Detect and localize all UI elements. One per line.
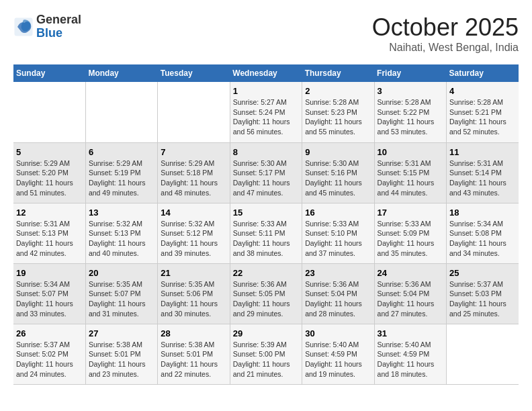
day-info: Sunrise: 5:29 AMSunset: 5:18 PMDaylight:… — [161, 158, 226, 198]
calendar-week-5: 26Sunrise: 5:37 AMSunset: 5:02 PMDayligh… — [13, 324, 519, 384]
day-number: 7 — [161, 147, 226, 157]
calendar-cell — [447, 324, 519, 384]
day-number: 25 — [449, 268, 516, 278]
calendar-cell: 26Sunrise: 5:37 AMSunset: 5:02 PMDayligh… — [13, 324, 85, 384]
day-number: 31 — [378, 328, 443, 338]
day-info: Sunrise: 5:29 AMSunset: 5:20 PMDaylight:… — [16, 158, 83, 198]
calendar-cell: 14Sunrise: 5:32 AMSunset: 5:12 PMDayligh… — [158, 203, 230, 263]
calendar-cell: 10Sunrise: 5:31 AMSunset: 5:15 PMDayligh… — [374, 142, 446, 203]
day-number: 22 — [233, 268, 299, 278]
day-info: Sunrise: 5:35 AMSunset: 5:07 PMDaylight:… — [89, 279, 154, 319]
day-number: 14 — [161, 208, 226, 218]
calendar-header: Sunday Monday Tuesday Wednesday Thursday… — [13, 64, 519, 82]
header-tuesday: Tuesday — [158, 64, 230, 82]
day-number: 11 — [449, 147, 516, 157]
logo-general-text: General — [36, 13, 81, 27]
calendar-week-3: 12Sunrise: 5:31 AMSunset: 5:13 PMDayligh… — [13, 203, 519, 263]
header-friday: Friday — [374, 64, 446, 82]
header-row: Sunday Monday Tuesday Wednesday Thursday… — [13, 64, 519, 82]
header-sunday: Sunday — [13, 64, 85, 82]
day-number: 18 — [449, 208, 516, 218]
calendar-cell: 22Sunrise: 5:36 AMSunset: 5:05 PMDayligh… — [230, 263, 302, 324]
day-info: Sunrise: 5:34 AMSunset: 5:07 PMDaylight:… — [16, 279, 83, 319]
day-info: Sunrise: 5:39 AMSunset: 5:00 PMDaylight:… — [233, 340, 299, 379]
title-area: October 2025 Naihati, West Bengal, India — [372, 13, 519, 54]
calendar-cell: 20Sunrise: 5:35 AMSunset: 5:07 PMDayligh… — [85, 263, 157, 324]
calendar-cell: 1Sunrise: 5:27 AMSunset: 5:24 PMDaylight… — [230, 82, 302, 142]
logo-text: General Blue — [36, 13, 81, 40]
header-wednesday: Wednesday — [230, 64, 302, 82]
day-info: Sunrise: 5:30 AMSunset: 5:16 PMDaylight:… — [305, 158, 371, 198]
calendar-cell: 6Sunrise: 5:29 AMSunset: 5:19 PMDaylight… — [85, 142, 157, 203]
day-info: Sunrise: 5:36 AMSunset: 5:04 PMDaylight:… — [305, 279, 371, 319]
day-number: 10 — [378, 147, 443, 157]
calendar-title: October 2025 — [372, 13, 519, 42]
day-info: Sunrise: 5:28 AMSunset: 5:23 PMDaylight:… — [305, 97, 371, 137]
calendar-week-1: 1Sunrise: 5:27 AMSunset: 5:24 PMDaylight… — [13, 82, 519, 142]
day-info: Sunrise: 5:28 AMSunset: 5:22 PMDaylight:… — [378, 97, 443, 137]
day-number: 21 — [161, 268, 226, 278]
calendar-cell — [158, 82, 230, 142]
day-number: 28 — [161, 328, 226, 338]
day-number: 17 — [378, 208, 443, 218]
day-info: Sunrise: 5:32 AMSunset: 5:12 PMDaylight:… — [161, 219, 226, 259]
day-info: Sunrise: 5:36 AMSunset: 5:04 PMDaylight:… — [378, 279, 443, 319]
day-info: Sunrise: 5:28 AMSunset: 5:21 PMDaylight:… — [449, 97, 516, 137]
day-number: 26 — [16, 328, 83, 338]
calendar-cell: 4Sunrise: 5:28 AMSunset: 5:21 PMDaylight… — [447, 82, 519, 142]
calendar-cell: 31Sunrise: 5:40 AMSunset: 4:59 PMDayligh… — [374, 324, 446, 384]
calendar-cell: 9Sunrise: 5:30 AMSunset: 5:16 PMDaylight… — [302, 142, 374, 203]
day-info: Sunrise: 5:31 AMSunset: 5:15 PMDaylight:… — [378, 158, 443, 198]
calendar-cell: 15Sunrise: 5:33 AMSunset: 5:11 PMDayligh… — [230, 203, 302, 263]
day-number: 12 — [16, 208, 83, 218]
day-number: 13 — [89, 208, 154, 218]
day-number: 3 — [378, 86, 443, 96]
day-info: Sunrise: 5:27 AMSunset: 5:24 PMDaylight:… — [233, 97, 299, 137]
header-monday: Monday — [85, 64, 157, 82]
day-number: 9 — [305, 147, 371, 157]
calendar-cell: 30Sunrise: 5:40 AMSunset: 4:59 PMDayligh… — [302, 324, 374, 384]
calendar-cell: 16Sunrise: 5:33 AMSunset: 5:10 PMDayligh… — [302, 203, 374, 263]
day-info: Sunrise: 5:40 AMSunset: 4:59 PMDaylight:… — [305, 340, 371, 379]
calendar-cell — [85, 82, 157, 142]
day-info: Sunrise: 5:30 AMSunset: 5:17 PMDaylight:… — [233, 158, 299, 198]
calendar-cell: 3Sunrise: 5:28 AMSunset: 5:22 PMDaylight… — [374, 82, 446, 142]
calendar-cell — [13, 82, 85, 142]
day-number: 15 — [233, 208, 299, 218]
calendar-cell: 13Sunrise: 5:32 AMSunset: 5:13 PMDayligh… — [85, 203, 157, 263]
calendar-cell: 17Sunrise: 5:33 AMSunset: 5:09 PMDayligh… — [374, 203, 446, 263]
day-number: 23 — [305, 268, 371, 278]
day-info: Sunrise: 5:37 AMSunset: 5:03 PMDaylight:… — [449, 279, 516, 319]
day-number: 27 — [89, 328, 154, 338]
day-info: Sunrise: 5:33 AMSunset: 5:09 PMDaylight:… — [378, 219, 443, 259]
header-thursday: Thursday — [302, 64, 374, 82]
day-number: 19 — [16, 268, 83, 278]
logo: General Blue — [13, 13, 81, 40]
calendar-week-4: 19Sunrise: 5:34 AMSunset: 5:07 PMDayligh… — [13, 263, 519, 324]
day-info: Sunrise: 5:31 AMSunset: 5:13 PMDaylight:… — [16, 219, 83, 259]
calendar-subtitle: Naihati, West Bengal, India — [372, 42, 519, 54]
day-info: Sunrise: 5:33 AMSunset: 5:10 PMDaylight:… — [305, 219, 371, 259]
day-info: Sunrise: 5:40 AMSunset: 4:59 PMDaylight:… — [378, 340, 443, 379]
day-number: 1 — [233, 86, 299, 96]
calendar-body: 1Sunrise: 5:27 AMSunset: 5:24 PMDaylight… — [13, 82, 519, 384]
calendar-cell: 8Sunrise: 5:30 AMSunset: 5:17 PMDaylight… — [230, 142, 302, 203]
day-number: 29 — [233, 328, 299, 338]
day-number: 6 — [89, 147, 154, 157]
day-number: 4 — [449, 86, 516, 96]
calendar-cell: 21Sunrise: 5:35 AMSunset: 5:06 PMDayligh… — [158, 263, 230, 324]
day-info: Sunrise: 5:37 AMSunset: 5:02 PMDaylight:… — [16, 340, 83, 379]
header-saturday: Saturday — [447, 64, 519, 82]
calendar-cell: 7Sunrise: 5:29 AMSunset: 5:18 PMDaylight… — [158, 142, 230, 203]
day-info: Sunrise: 5:38 AMSunset: 5:01 PMDaylight:… — [161, 340, 226, 379]
calendar-cell: 11Sunrise: 5:31 AMSunset: 5:14 PMDayligh… — [447, 142, 519, 203]
calendar-cell: 25Sunrise: 5:37 AMSunset: 5:03 PMDayligh… — [447, 263, 519, 324]
day-number: 24 — [378, 268, 443, 278]
calendar-cell: 23Sunrise: 5:36 AMSunset: 5:04 PMDayligh… — [302, 263, 374, 324]
logo-icon — [13, 17, 34, 37]
header: General Blue October 2025 Naihati, West … — [13, 13, 519, 54]
calendar-cell: 2Sunrise: 5:28 AMSunset: 5:23 PMDaylight… — [302, 82, 374, 142]
day-info: Sunrise: 5:33 AMSunset: 5:11 PMDaylight:… — [233, 219, 299, 259]
calendar-cell: 24Sunrise: 5:36 AMSunset: 5:04 PMDayligh… — [374, 263, 446, 324]
day-info: Sunrise: 5:34 AMSunset: 5:08 PMDaylight:… — [449, 219, 516, 259]
